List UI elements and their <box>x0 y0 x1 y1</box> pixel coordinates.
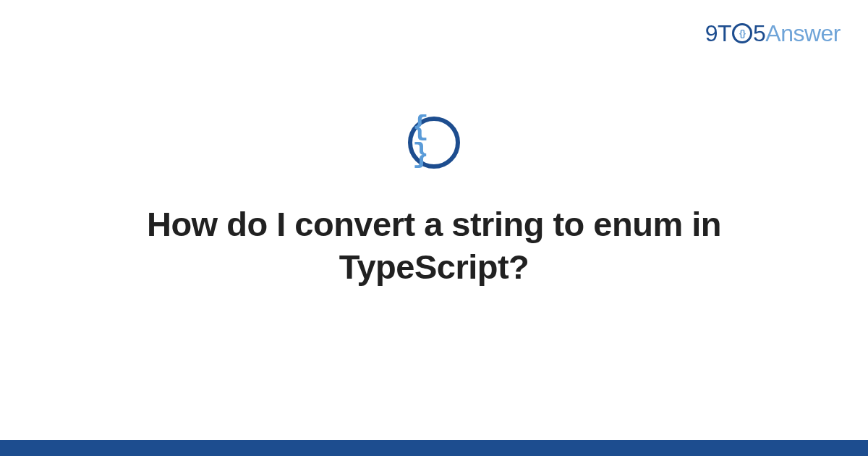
main-content: { } How do I convert a string to enum in… <box>0 0 868 456</box>
code-braces-icon: { } <box>408 117 460 169</box>
question-title: How do I convert a string to enum in Typ… <box>72 203 796 289</box>
brace-glyph: { } <box>412 114 456 169</box>
footer-accent-bar <box>0 440 868 456</box>
